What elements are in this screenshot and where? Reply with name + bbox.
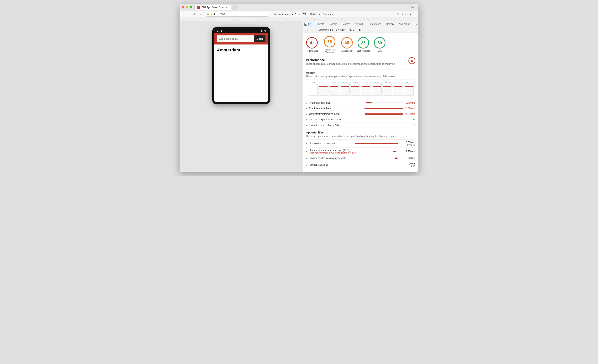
tab-close-button[interactable]: ✕ <box>225 6 228 9</box>
tl-label-2: 7,4 s <box>329 81 339 83</box>
tab-performance[interactable]: Performance <box>366 21 383 27</box>
opp-value-text-0: 16.680 ms <box>400 141 415 144</box>
tl-label-6: 17,3 s <box>371 81 382 83</box>
score-label-best-practices: Best Practices <box>357 50 370 52</box>
tab-application[interactable]: Application <box>397 21 413 27</box>
url-bar[interactable]: 🔒 localhost:3000 <box>205 12 270 17</box>
frame-0 <box>308 84 318 96</box>
opp-bar-0 <box>355 143 398 144</box>
score-circle-seo: 89 <box>374 37 385 49</box>
network-select[interactable]: Online ▾ <box>322 13 334 16</box>
score-performance[interactable]: 41 Performance <box>306 37 318 52</box>
tab-security[interactable]: Security <box>413 21 418 27</box>
score-value-accessibility: 65 <box>345 41 349 45</box>
zoom-select[interactable]: 100% ▾ <box>309 13 321 16</box>
mobile-search-button[interactable]: Zoek <box>254 35 266 42</box>
score-value-pwa: 55 <box>327 40 332 44</box>
device-select[interactable]: Nexus 5X ▾ <box>274 13 289 16</box>
opp-value-0: 16.680 ms 3.072 KB <box>400 141 415 146</box>
height-input[interactable] <box>301 13 308 16</box>
metric-name-2: Consistently Interactive (beta) <box>309 113 363 115</box>
perf-header-left: Performance These encapsulate your web a… <box>306 58 395 68</box>
opp-arrow-2[interactable]: ▶ <box>306 157 307 159</box>
more-icon[interactable]: ⋮ <box>414 13 416 16</box>
score-value-seo: 89 <box>378 41 382 45</box>
battery-icon: ▮ <box>221 30 222 32</box>
add-audit-button[interactable]: + <box>305 27 310 33</box>
audits-content: Performance These encapsulate your web a… <box>303 55 418 172</box>
maximize-button[interactable] <box>190 6 192 8</box>
metric-arrow-1[interactable]: ▶ <box>306 108 307 110</box>
metric-arrow-4[interactable]: ▶ <box>306 124 307 126</box>
metric-name-3: Perceptual Speed Index: 2.710 <box>309 118 359 121</box>
tab-console[interactable]: Console <box>326 21 340 27</box>
frame-9 <box>404 84 414 96</box>
metric-name-1: First Interactive (beta) <box>309 107 363 110</box>
close-button[interactable] <box>182 6 184 8</box>
score-label-seo: SEO <box>378 50 382 52</box>
frame-7 <box>382 84 392 96</box>
tab-elements[interactable]: Elements <box>312 21 326 27</box>
device-mode-button[interactable] <box>308 22 311 27</box>
minimize-button[interactable] <box>186 6 188 8</box>
mobile-device: ▲ ► ▮ 12:29 Zoek <box>212 27 270 104</box>
signal-icon: ► <box>219 30 220 32</box>
score-value-best-practices: 88 <box>361 41 365 45</box>
cast-icon[interactable]: ◻ <box>405 13 407 16</box>
tl-label-5: 14,8 s <box>361 81 371 83</box>
score-seo[interactable]: 89 SEO <box>374 37 385 52</box>
screenshot-icon[interactable]: ◾ <box>409 13 412 16</box>
tl-label-9: 24,7 s <box>403 81 414 83</box>
tab-title: OBA App Server Side <box>201 6 224 9</box>
mobile-body: Amsterdam <box>214 44 268 102</box>
metric-arrow-0[interactable]: ▶ <box>306 102 307 104</box>
opp-arrow-3[interactable]: ▶ <box>306 164 307 166</box>
title-bar: OBA App Server Side ✕ Max <box>180 4 418 11</box>
score-pwa[interactable]: 55 Progressive Web App <box>322 36 337 53</box>
inspect-element-button[interactable] <box>304 22 307 27</box>
width-input[interactable] <box>291 13 298 16</box>
mobile-time: 12:29 <box>261 30 266 32</box>
opp-value-group-3: 20 ms 4 KB <box>400 162 415 167</box>
tl-label-8: 22,2 s <box>393 81 403 83</box>
metric-arrow-3[interactable]: ▶ <box>306 119 307 121</box>
audit-url[interactable]: localhost:3000 1-6-2018 21:15:17 ▾ <box>318 29 354 31</box>
metric-score-3: 84 <box>413 118 415 121</box>
dimension-separator: × <box>299 13 300 15</box>
opp-row-0: ▶ Enable text compression 16.680 ms 3.07… <box>306 140 415 147</box>
frame-4 <box>350 84 360 96</box>
opp-sub-0: 3.072 KB <box>400 144 415 146</box>
mobile-search-input[interactable] <box>217 35 254 42</box>
tab-sources[interactable]: Sources <box>340 21 353 27</box>
metric-bar-0 <box>366 102 372 103</box>
settings-icon[interactable]: ☷ <box>397 13 399 16</box>
forward-button[interactable]: → <box>187 12 191 16</box>
download-report-button[interactable]: ↓ <box>311 27 316 33</box>
audits-toolbar: + ↓ localhost:3000 1-6-2018 21:15:17 ▾ ◐ <box>303 27 418 33</box>
opp-title: Opportunities <box>306 131 415 134</box>
star-icon[interactable]: ★ <box>401 13 404 16</box>
opp-bar-2 <box>395 157 398 159</box>
score-circle-performance: 41 <box>306 37 318 49</box>
metric-row-1: ▶ First Interactive (beta) 24.680 ms <box>306 106 415 111</box>
metrics-desc: These metrics encapsulate your web app's… <box>306 75 415 78</box>
opp-arrow-0[interactable]: ▶ <box>306 142 307 145</box>
browser-tab[interactable]: OBA App Server Side ✕ <box>194 5 231 10</box>
browser-viewport: ▲ ► ▮ 12:29 Zoek <box>180 21 303 172</box>
opp-sub-3: 4 KB <box>400 165 415 167</box>
mobile-status-left: ▲ ► ▮ <box>216 30 222 32</box>
opp-arrow-1[interactable]: ▶ <box>306 150 307 153</box>
metric-arrow-2[interactable]: ▶ <box>306 113 307 115</box>
opp-row-2: ▶ Reduce render-blocking stylesheets 760… <box>306 155 415 161</box>
score-circle-accessibility: 65 <box>341 37 353 49</box>
tab-network[interactable]: Network <box>353 21 366 27</box>
score-accessibility[interactable]: 65 Accessibility <box>341 37 353 52</box>
home-button[interactable]: ⌂ <box>199 12 203 16</box>
devtools-panel: Elements Console Sources Network Perform… <box>303 21 418 172</box>
back-button[interactable]: ← <box>182 12 186 16</box>
score-circle-pwa: 55 <box>324 36 335 47</box>
refresh-button[interactable]: ↻ <box>193 12 197 16</box>
tab-memory[interactable]: Memory <box>383 21 397 27</box>
score-best-practices[interactable]: 88 Best Practices <box>357 37 370 52</box>
audit-options-button[interactable]: ◐ <box>357 27 362 33</box>
